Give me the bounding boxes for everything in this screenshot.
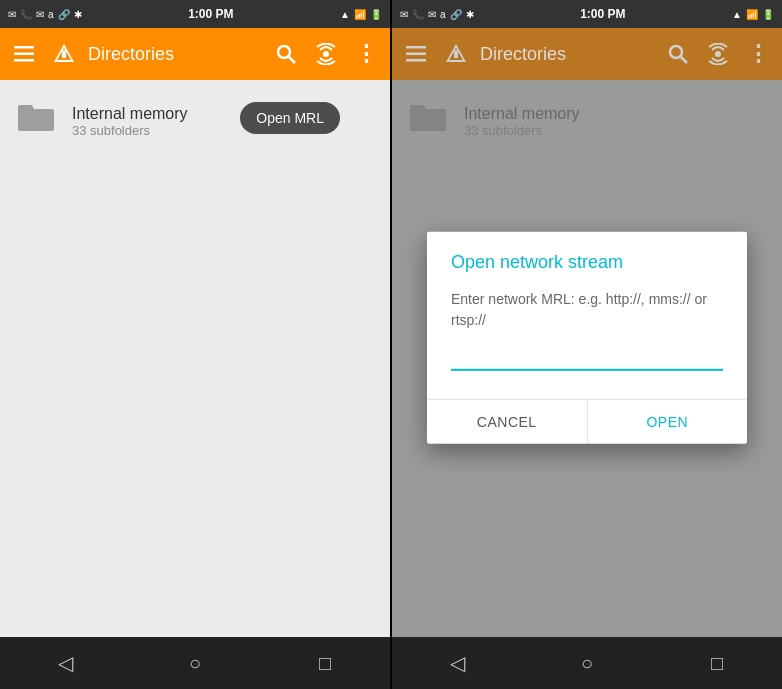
r-search-icon (662, 38, 694, 70)
svg-point-17 (670, 46, 682, 58)
content-area-left: Internal memory 33 subfolders Open MRL (0, 80, 390, 637)
status-time-right: 1:00 PM (580, 7, 625, 21)
signal-icon: 📶 (354, 9, 366, 20)
cancel-button[interactable]: Cancel (427, 399, 587, 443)
r-envelope-icon: ✉ (400, 9, 408, 20)
hamburger-icon[interactable] (8, 38, 40, 70)
item-text-left: Internal memory 33 subfolders (72, 105, 188, 138)
folder-icon-left (16, 100, 56, 142)
right-phone-panel: ✉ 📞 ✉ a 🔗 ✱ 1:00 PM ▲ 📶 🔋 (392, 0, 782, 689)
app-bar-title-left: Directories (88, 44, 262, 65)
content-area-right: Internal memory 33 subfolders Open netwo… (392, 80, 782, 637)
envelope-icon: ✉ (8, 9, 16, 20)
svg-rect-10 (406, 46, 426, 49)
r-battery-icon: 🔋 (762, 9, 774, 20)
status-icons-right-right: ▲ 📶 🔋 (732, 9, 774, 20)
svg-rect-12 (406, 59, 426, 62)
home-button-right[interactable]: ○ (562, 643, 612, 683)
battery-icon: 🔋 (370, 9, 382, 20)
network-mrl-input[interactable] (451, 342, 723, 366)
status-icons-left: ✉ 📞 ✉ a 🔗 ✱ (8, 9, 82, 20)
r-vlc-logo (440, 38, 472, 70)
bluetooth-icon: ✱ (74, 9, 82, 20)
dialog-actions: Cancel Open (427, 398, 747, 443)
r-amazon-icon: a (440, 9, 446, 20)
gmail-icon: ✉ (36, 9, 44, 20)
r-more-options-icon: ⋮ (742, 38, 774, 70)
vlc-logo (48, 38, 80, 70)
svg-point-6 (62, 50, 66, 54)
r-wifi-icon: ▲ (732, 9, 742, 20)
status-time-left: 1:00 PM (188, 7, 233, 21)
back-button-left[interactable]: ◁ (40, 643, 90, 683)
back-button-right[interactable]: ◁ (432, 643, 482, 683)
amazon-icon: a (48, 9, 54, 20)
app-bar-left: Directories ⋮ (0, 28, 390, 80)
open-mrl-tooltip: Open MRL (240, 102, 340, 134)
dialog-hint: Enter network MRL: e.g. http://, mms:// … (451, 288, 723, 330)
svg-point-16 (454, 50, 458, 54)
svg-rect-2 (14, 59, 34, 62)
status-icons-right-left: ✉ 📞 ✉ a 🔗 ✱ (400, 9, 474, 20)
svg-point-7 (278, 46, 290, 58)
link-icon: 🔗 (58, 9, 70, 20)
r-network-stream-icon (702, 38, 734, 70)
r-bluetooth-icon: ✱ (466, 9, 474, 20)
more-options-icon[interactable]: ⋮ (350, 38, 382, 70)
item-subtitle-left: 33 subfolders (72, 123, 188, 138)
item-title-left: Internal memory (72, 105, 188, 123)
app-bar-right: Directories ⋮ (392, 28, 782, 80)
wifi-icon: ▲ (340, 9, 350, 20)
dialog-title: Open network stream (427, 231, 747, 284)
home-button-left[interactable]: ○ (170, 643, 220, 683)
status-icons-right: ▲ 📶 🔋 (340, 9, 382, 20)
nav-bar-left: ◁ ○ □ (0, 637, 390, 689)
svg-rect-11 (406, 53, 426, 56)
r-link-icon: 🔗 (450, 9, 462, 20)
r-hamburger-icon (400, 38, 432, 70)
phone-icon: 📞 (20, 9, 32, 20)
nav-bar-right: ◁ ○ □ (392, 637, 782, 689)
svg-point-19 (715, 51, 721, 57)
network-stream-icon[interactable] (310, 38, 342, 70)
r-signal-icon: 📶 (746, 9, 758, 20)
search-icon[interactable] (270, 38, 302, 70)
svg-line-18 (681, 57, 687, 63)
status-bar-right: ✉ 📞 ✉ a 🔗 ✱ 1:00 PM ▲ 📶 🔋 (392, 0, 782, 28)
dialog-input-wrap (451, 342, 723, 370)
svg-rect-1 (14, 53, 34, 56)
app-bar-title-right: Directories (480, 44, 654, 65)
open-button[interactable]: Open (587, 399, 748, 443)
svg-rect-0 (14, 46, 34, 49)
left-phone-panel: ✉ 📞 ✉ a 🔗 ✱ 1:00 PM ▲ 📶 🔋 (0, 0, 390, 689)
r-phone-icon: 📞 (412, 9, 424, 20)
svg-point-9 (323, 51, 329, 57)
recent-button-left[interactable]: □ (300, 643, 350, 683)
dialog-body: Enter network MRL: e.g. http://, mms:// … (427, 284, 747, 398)
recent-button-right[interactable]: □ (692, 643, 742, 683)
status-bar-left: ✉ 📞 ✉ a 🔗 ✱ 1:00 PM ▲ 📶 🔋 (0, 0, 390, 28)
open-network-stream-dialog: Open network stream Enter network MRL: e… (427, 231, 747, 443)
svg-line-8 (289, 57, 295, 63)
r-gmail-icon: ✉ (428, 9, 436, 20)
